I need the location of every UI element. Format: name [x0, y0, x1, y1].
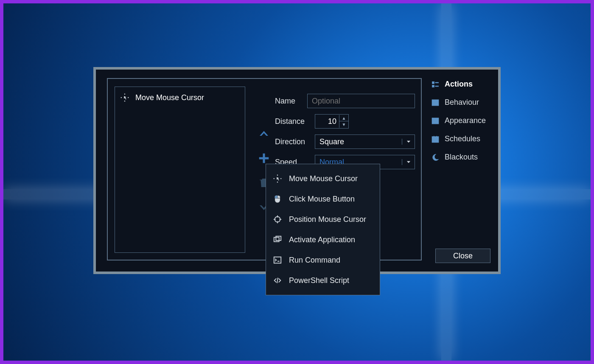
side-tabs: Actions Behaviour Appearance Schedules B…: [431, 80, 490, 162]
menu-item-label: Run Command: [289, 256, 340, 265]
svg-point-1: [124, 101, 125, 101]
menu-item-label: PowerShell Script: [289, 276, 349, 285]
action-list-item-label: Move Mouse Cursor: [135, 93, 204, 102]
move-cursor-icon: [120, 93, 129, 102]
menu-item-run-command[interactable]: Run Command: [266, 250, 380, 270]
distance-stepper[interactable]: 10 ▲ ▼: [315, 114, 349, 129]
appearance-icon: [431, 117, 440, 125]
svg-point-0: [124, 94, 125, 95]
chevron-down-icon: [402, 139, 415, 145]
menu-item-move-mouse-cursor[interactable]: Move Mouse Cursor: [266, 168, 380, 189]
menu-item-click-mouse-button[interactable]: Click Mouse Button: [266, 189, 380, 209]
schedules-icon: [431, 135, 440, 143]
tab-blackouts[interactable]: Blackouts: [431, 153, 490, 162]
move-cursor-icon: [273, 174, 282, 183]
svg-rect-29: [274, 257, 281, 263]
blackouts-icon: [431, 153, 440, 162]
svg-rect-14: [432, 137, 439, 142]
windows-icon: [273, 235, 282, 244]
name-input[interactable]: [307, 94, 415, 108]
behaviour-icon: [431, 98, 440, 107]
svg-rect-27: [274, 238, 279, 242]
mouse-click-icon: [273, 194, 282, 204]
tab-actions[interactable]: Actions: [431, 80, 490, 89]
menu-item-activate-application[interactable]: Activate Application: [266, 230, 380, 250]
tab-label: Actions: [445, 80, 473, 89]
name-label: Name: [275, 97, 307, 106]
tab-schedules[interactable]: Schedules: [431, 134, 490, 143]
move-up-icon[interactable]: [258, 127, 270, 142]
tab-behaviour[interactable]: Behaviour: [431, 98, 490, 107]
tab-appearance[interactable]: Appearance: [431, 116, 490, 125]
close-button[interactable]: Close: [435, 249, 490, 263]
svg-rect-7: [435, 86, 439, 87]
svg-point-20: [274, 178, 275, 179]
terminal-icon: [273, 255, 282, 265]
direction-value: Square: [315, 137, 402, 146]
menu-item-label: Click Mouse Button: [289, 195, 355, 204]
svg-rect-5: [432, 85, 434, 87]
stepper-up-icon[interactable]: ▲: [339, 115, 348, 121]
direction-select[interactable]: Square: [315, 134, 415, 149]
tab-label: Schedules: [445, 134, 480, 143]
actions-icon: [431, 80, 440, 89]
svg-point-21: [280, 178, 281, 179]
stepper-down-icon[interactable]: ▼: [339, 121, 348, 128]
svg-rect-4: [432, 81, 434, 84]
direction-label: Direction: [275, 137, 315, 146]
distance-value: 10: [315, 117, 339, 126]
menu-item-position-mouse-cursor[interactable]: Position Mouse Cursor: [266, 209, 380, 230]
menu-item-label: Activate Application: [289, 235, 355, 244]
action-list[interactable]: Move Mouse Cursor: [115, 87, 245, 253]
svg-point-3: [128, 97, 129, 98]
tab-label: Blackouts: [445, 153, 478, 162]
svg-point-13: [434, 120, 437, 122]
svg-point-19: [277, 182, 278, 182]
svg-rect-28: [276, 236, 281, 241]
svg-rect-10: [433, 103, 435, 104]
svg-point-2: [121, 97, 122, 98]
tab-label: Behaviour: [445, 98, 479, 107]
menu-item-label: Position Mouse Cursor: [289, 215, 366, 224]
add-action-menu: Move Mouse Cursor Click Mouse Button Pos…: [266, 164, 380, 295]
svg-rect-9: [433, 101, 435, 102]
svg-point-22: [275, 217, 280, 222]
tab-label: Appearance: [445, 116, 486, 125]
distance-label: Distance: [275, 117, 315, 126]
action-properties-form: Name Distance 10 ▲ ▼ Direction: [275, 91, 415, 172]
code-icon: [273, 276, 282, 285]
svg-point-18: [277, 175, 278, 176]
menu-item-label: Move Mouse Cursor: [289, 174, 358, 183]
svg-rect-11: [436, 101, 438, 102]
chevron-down-icon: [402, 159, 415, 165]
action-list-item[interactable]: Move Mouse Cursor: [120, 93, 240, 102]
svg-rect-6: [435, 82, 439, 83]
crosshair-icon: [273, 215, 282, 224]
menu-item-powershell-script[interactable]: PowerShell Script: [266, 270, 380, 291]
